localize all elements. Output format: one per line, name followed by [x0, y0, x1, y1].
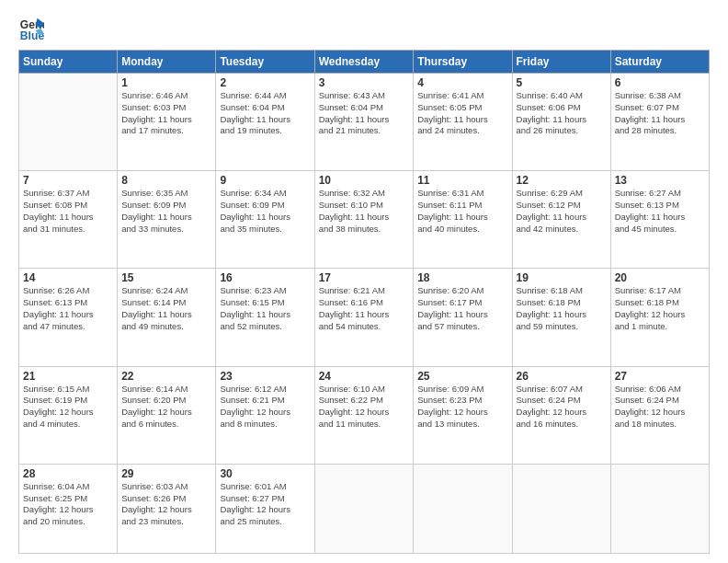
- day-number: 26: [517, 370, 607, 383]
- day-info: Sunrise: 6:06 AM Sunset: 6:24 PM Dayligh…: [615, 384, 705, 431]
- calendar-cell: 15Sunrise: 6:24 AM Sunset: 6:14 PM Dayli…: [118, 269, 216, 366]
- calendar-cell: 29Sunrise: 6:03 AM Sunset: 6:26 PM Dayli…: [118, 464, 216, 553]
- calendar-cell: 27Sunrise: 6:06 AM Sunset: 6:24 PM Dayli…: [610, 366, 709, 464]
- day-number: 1: [121, 76, 211, 89]
- day-info: Sunrise: 6:01 AM Sunset: 6:27 PM Dayligh…: [220, 481, 310, 528]
- calendar-cell: 9Sunrise: 6:34 AM Sunset: 6:09 PM Daylig…: [216, 171, 314, 269]
- day-number: 2: [220, 76, 310, 89]
- calendar-cell: 26Sunrise: 6:07 AM Sunset: 6:24 PM Dayli…: [512, 366, 610, 464]
- calendar-cell: 17Sunrise: 6:21 AM Sunset: 6:16 PM Dayli…: [314, 269, 414, 366]
- day-number: 22: [121, 370, 211, 383]
- day-info: Sunrise: 6:37 AM Sunset: 6:08 PM Dayligh…: [23, 188, 113, 235]
- calendar-cell: 16Sunrise: 6:23 AM Sunset: 6:15 PM Dayli…: [216, 269, 314, 366]
- day-number: 24: [319, 370, 410, 383]
- day-info: Sunrise: 6:24 AM Sunset: 6:14 PM Dayligh…: [121, 285, 211, 332]
- day-number: 27: [615, 370, 705, 383]
- calendar-cell: 10Sunrise: 6:32 AM Sunset: 6:10 PM Dayli…: [314, 171, 414, 269]
- day-number: 19: [517, 271, 607, 284]
- calendar-table: SundayMondayTuesdayWednesdayThursdayFrid…: [18, 50, 710, 554]
- logo: General Blue: [18, 17, 48, 42]
- calendar-cell: 21Sunrise: 6:15 AM Sunset: 6:19 PM Dayli…: [19, 366, 118, 464]
- weekday-header-saturday: Saturday: [610, 51, 709, 74]
- day-number: 8: [121, 174, 211, 187]
- weekday-header-thursday: Thursday: [414, 51, 512, 74]
- day-info: Sunrise: 6:31 AM Sunset: 6:11 PM Dayligh…: [417, 188, 507, 235]
- calendar-cell: 25Sunrise: 6:09 AM Sunset: 6:23 PM Dayli…: [414, 366, 512, 464]
- calendar-cell: 30Sunrise: 6:01 AM Sunset: 6:27 PM Dayli…: [216, 464, 314, 553]
- day-number: 5: [517, 76, 607, 89]
- day-number: 21: [23, 370, 113, 383]
- calendar-cell: 28Sunrise: 6:04 AM Sunset: 6:25 PM Dayli…: [19, 464, 118, 553]
- calendar-cell: [414, 464, 512, 553]
- calendar-cell: 12Sunrise: 6:29 AM Sunset: 6:12 PM Dayli…: [512, 171, 610, 269]
- calendar-cell: [19, 74, 118, 171]
- calendar-cell: 22Sunrise: 6:14 AM Sunset: 6:20 PM Dayli…: [118, 366, 216, 464]
- day-number: 29: [121, 467, 211, 480]
- calendar-cell: 14Sunrise: 6:26 AM Sunset: 6:13 PM Dayli…: [19, 269, 118, 366]
- calendar-cell: 19Sunrise: 6:18 AM Sunset: 6:18 PM Dayli…: [512, 269, 610, 366]
- day-info: Sunrise: 6:17 AM Sunset: 6:18 PM Dayligh…: [615, 285, 705, 332]
- day-info: Sunrise: 6:29 AM Sunset: 6:12 PM Dayligh…: [517, 188, 607, 235]
- page-header: General Blue: [18, 17, 710, 42]
- calendar-cell: [314, 464, 414, 553]
- day-number: 30: [220, 467, 310, 480]
- day-info: Sunrise: 6:38 AM Sunset: 6:07 PM Dayligh…: [615, 90, 705, 137]
- day-number: 23: [220, 370, 310, 383]
- logo-icon: General Blue: [18, 17, 44, 42]
- calendar-cell: 3Sunrise: 6:43 AM Sunset: 6:04 PM Daylig…: [314, 74, 414, 171]
- calendar-cell: 11Sunrise: 6:31 AM Sunset: 6:11 PM Dayli…: [414, 171, 512, 269]
- day-info: Sunrise: 6:44 AM Sunset: 6:04 PM Dayligh…: [220, 90, 310, 137]
- day-number: 28: [23, 467, 113, 480]
- calendar-cell: 2Sunrise: 6:44 AM Sunset: 6:04 PM Daylig…: [216, 74, 314, 171]
- day-number: 16: [220, 271, 310, 284]
- day-info: Sunrise: 6:04 AM Sunset: 6:25 PM Dayligh…: [23, 481, 113, 528]
- weekday-header-friday: Friday: [512, 51, 610, 74]
- calendar-cell: 7Sunrise: 6:37 AM Sunset: 6:08 PM Daylig…: [19, 171, 118, 269]
- day-info: Sunrise: 6:43 AM Sunset: 6:04 PM Dayligh…: [319, 90, 410, 137]
- calendar-cell: 18Sunrise: 6:20 AM Sunset: 6:17 PM Dayli…: [414, 269, 512, 366]
- calendar-cell: 6Sunrise: 6:38 AM Sunset: 6:07 PM Daylig…: [610, 74, 709, 171]
- calendar-cell: 8Sunrise: 6:35 AM Sunset: 6:09 PM Daylig…: [118, 171, 216, 269]
- day-number: 10: [319, 174, 410, 187]
- day-number: 14: [23, 271, 113, 284]
- day-info: Sunrise: 6:41 AM Sunset: 6:05 PM Dayligh…: [417, 90, 507, 137]
- day-info: Sunrise: 6:18 AM Sunset: 6:18 PM Dayligh…: [517, 285, 607, 332]
- calendar-cell: 20Sunrise: 6:17 AM Sunset: 6:18 PM Dayli…: [610, 269, 709, 366]
- day-info: Sunrise: 6:10 AM Sunset: 6:22 PM Dayligh…: [319, 384, 410, 431]
- day-info: Sunrise: 6:35 AM Sunset: 6:09 PM Dayligh…: [121, 188, 211, 235]
- calendar-cell: [610, 464, 709, 553]
- day-info: Sunrise: 6:34 AM Sunset: 6:09 PM Dayligh…: [220, 188, 310, 235]
- weekday-header-sunday: Sunday: [19, 51, 118, 74]
- day-number: 6: [615, 76, 705, 89]
- day-number: 20: [615, 271, 705, 284]
- calendar-cell: 4Sunrise: 6:41 AM Sunset: 6:05 PM Daylig…: [414, 74, 512, 171]
- day-info: Sunrise: 6:46 AM Sunset: 6:03 PM Dayligh…: [121, 90, 211, 137]
- calendar-cell: 24Sunrise: 6:10 AM Sunset: 6:22 PM Dayli…: [314, 366, 414, 464]
- day-info: Sunrise: 6:40 AM Sunset: 6:06 PM Dayligh…: [517, 90, 607, 137]
- day-number: 7: [23, 174, 113, 187]
- day-number: 11: [417, 174, 507, 187]
- day-number: 4: [417, 76, 507, 89]
- calendar-cell: [512, 464, 610, 553]
- day-number: 9: [220, 174, 310, 187]
- calendar-cell: 1Sunrise: 6:46 AM Sunset: 6:03 PM Daylig…: [118, 74, 216, 171]
- day-number: 25: [417, 370, 507, 383]
- day-info: Sunrise: 6:14 AM Sunset: 6:20 PM Dayligh…: [121, 384, 211, 431]
- day-info: Sunrise: 6:03 AM Sunset: 6:26 PM Dayligh…: [121, 481, 211, 528]
- day-info: Sunrise: 6:27 AM Sunset: 6:13 PM Dayligh…: [615, 188, 705, 235]
- day-info: Sunrise: 6:07 AM Sunset: 6:24 PM Dayligh…: [517, 384, 607, 431]
- day-number: 17: [319, 271, 410, 284]
- day-info: Sunrise: 6:23 AM Sunset: 6:15 PM Dayligh…: [220, 285, 310, 332]
- calendar-cell: 23Sunrise: 6:12 AM Sunset: 6:21 PM Dayli…: [216, 366, 314, 464]
- day-info: Sunrise: 6:09 AM Sunset: 6:23 PM Dayligh…: [417, 384, 507, 431]
- weekday-header-wednesday: Wednesday: [314, 51, 414, 74]
- day-info: Sunrise: 6:15 AM Sunset: 6:19 PM Dayligh…: [23, 384, 113, 431]
- calendar-cell: 5Sunrise: 6:40 AM Sunset: 6:06 PM Daylig…: [512, 74, 610, 171]
- day-number: 12: [517, 174, 607, 187]
- day-number: 18: [417, 271, 507, 284]
- day-number: 3: [319, 76, 410, 89]
- day-info: Sunrise: 6:20 AM Sunset: 6:17 PM Dayligh…: [417, 285, 507, 332]
- calendar-cell: 13Sunrise: 6:27 AM Sunset: 6:13 PM Dayli…: [610, 171, 709, 269]
- day-number: 13: [615, 174, 705, 187]
- weekday-header-monday: Monday: [118, 51, 216, 74]
